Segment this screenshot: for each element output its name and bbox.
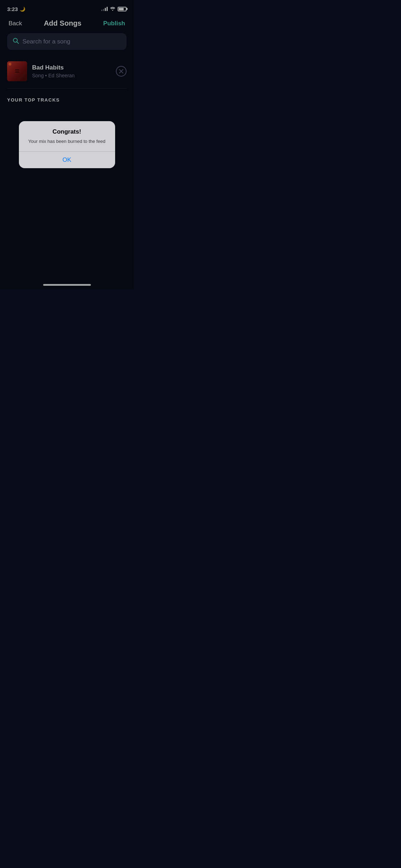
modal-overlay: Congrats! Your mix has been burned to th… [0,0,134,289]
modal-content: Congrats! Your mix has been burned to th… [19,121,115,151]
modal-message: Your mix has been burned to the feed [25,138,109,145]
modal-title: Congrats! [25,128,109,135]
modal-ok-button[interactable]: OK [19,152,115,168]
congrats-modal: Congrats! Your mix has been burned to th… [19,121,115,168]
